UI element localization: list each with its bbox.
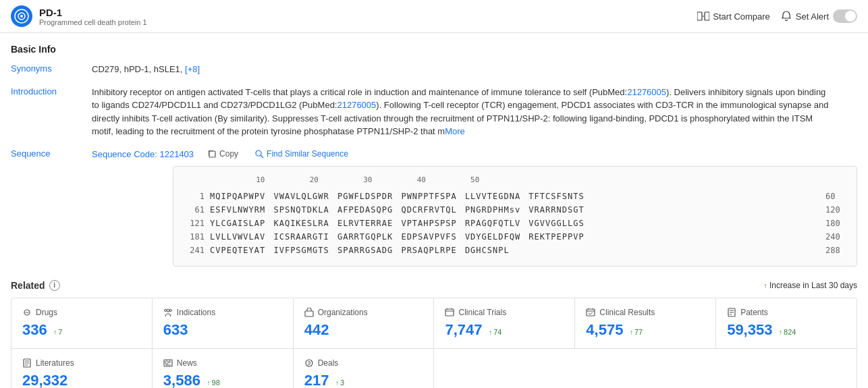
seq-num-right-3: 180 xyxy=(825,217,846,229)
card-news-text: News xyxy=(177,358,197,368)
trial-icon xyxy=(445,308,454,317)
find-similar-button[interactable]: Find Similar Sequence xyxy=(252,148,351,160)
card-indications-count: 633 xyxy=(163,321,282,339)
card-trials-increase: ↑ 74 xyxy=(489,328,501,336)
basic-info-title: Basic Info xyxy=(11,44,857,55)
svg-rect-4 xyxy=(705,12,709,20)
seq-num-left-2: 61 xyxy=(184,204,205,216)
card-news-increase: ↑ 98 xyxy=(207,379,220,387)
indication-icon xyxy=(163,308,173,317)
svg-rect-6 xyxy=(209,151,215,157)
svg-rect-14 xyxy=(445,309,454,316)
header-left: PD-1 Programmed cell death protein 1 xyxy=(11,5,147,27)
related-title: Related i xyxy=(11,280,60,291)
card-drugs-count: 336 ↑ 7 xyxy=(22,321,141,339)
svg-point-11 xyxy=(164,309,166,311)
synonyms-more-link[interactable]: [+8] xyxy=(185,64,200,74)
increase-label: ↑ Increase in Last 30 days xyxy=(764,281,857,290)
card-deals-count: 217 ↑ 3 xyxy=(304,372,423,389)
svg-rect-13 xyxy=(305,311,313,316)
synonyms-row: Synonyms CD279, hPD-1, hSLE1, [+8] xyxy=(11,63,857,76)
introduction-row: Introduction Inhibitory receptor on anti… xyxy=(11,86,857,138)
card-trials-text: Clinical Trials xyxy=(458,308,506,317)
card-news[interactable]: News 3,586 ↑ 98 xyxy=(153,349,294,389)
seq-num-left-3: 121 xyxy=(184,217,205,229)
card-deals-label: Deals xyxy=(304,358,423,368)
card-clinical-results[interactable]: Clinical Results 4,575 ↑ 77 xyxy=(575,298,716,348)
card-drugs[interactable]: Drugs 336 ↑ 7 xyxy=(11,298,153,348)
deal-icon xyxy=(304,358,314,368)
related-cards-row-1: Drugs 336 ↑ 7 xyxy=(11,298,857,349)
card-deals-increase: ↑ 3 xyxy=(335,379,344,387)
page-subtitle: Programmed cell death protein 1 xyxy=(39,18,147,26)
card-literatures[interactable]: Literatures 29,332 xyxy=(11,349,153,389)
svg-line-8 xyxy=(261,155,263,158)
sequence-header: Sequence Code: 1221403 Copy Find Similar… xyxy=(92,148,857,161)
introduction-value: Inhibitory receptor on antigen activated… xyxy=(92,86,834,138)
seq-num-left-1: 1 xyxy=(184,190,205,202)
card-patents[interactable]: Patents 59,353 ↑ 824 xyxy=(716,298,857,348)
seq-line-1: 1 MQIPQAPWPV VWAVLQLGWR PGWFLDSPDR PWNPP… xyxy=(184,190,846,202)
seq-num-right-5: 288 xyxy=(825,244,846,256)
svg-rect-3 xyxy=(697,12,702,20)
page-header: PD-1 Programmed cell death protein 1 Sta… xyxy=(0,0,868,33)
card-news-count: 3,586 ↑ 98 xyxy=(163,372,282,389)
card-organizations[interactable]: Organizations 442 xyxy=(294,298,435,348)
start-compare-button[interactable]: Start Compare xyxy=(697,11,770,22)
svg-point-10 xyxy=(167,309,169,312)
card-results-count: 4,575 ↑ 77 xyxy=(586,321,705,339)
card-results-label: Clinical Results xyxy=(586,308,705,317)
card-drugs-label: Drugs xyxy=(22,308,141,317)
card-indications-text: Indications xyxy=(177,308,215,317)
result-icon xyxy=(586,308,595,317)
card-clinical-trials[interactable]: Clinical Trials 7,747 ↑ 74 xyxy=(434,298,575,348)
seq-num-left-5: 241 xyxy=(184,244,205,256)
sequence-row: Sequence Sequence Code: 1221403 Copy xyxy=(11,148,857,267)
pubmed-link-1[interactable]: 21276005 xyxy=(627,87,666,97)
card-drugs-text: Drugs xyxy=(36,308,57,317)
card-patents-text: Patents xyxy=(740,308,768,317)
lit-icon xyxy=(22,358,32,368)
copy-label: Copy xyxy=(219,149,238,159)
card-deals[interactable]: Deals 217 ↑ 3 xyxy=(294,349,435,389)
alert-icon xyxy=(781,11,792,22)
increase-arrow-icon: ↑ xyxy=(764,282,767,289)
sequence-box: 10 20 30 40 50 1 MQIPQAPWPV VWAVLQLGWR P… xyxy=(173,166,857,267)
card-organizations-text: Organizations xyxy=(318,308,368,317)
sequence-label: Sequence xyxy=(11,148,92,159)
card-organizations-label: Organizations xyxy=(304,308,423,317)
header-right: Start Compare Set Alert xyxy=(697,9,857,23)
card-trials-label: Clinical Trials xyxy=(445,308,564,317)
find-similar-label: Find Similar Sequence xyxy=(267,149,348,159)
set-alert-toggle[interactable] xyxy=(833,9,857,23)
set-alert-container: Set Alert xyxy=(781,9,857,23)
card-patents-increase: ↑ 824 xyxy=(779,328,796,336)
more-link[interactable]: More xyxy=(445,126,465,136)
card-lit-count: 29,332 xyxy=(22,372,141,389)
synonyms-label: Synonyms xyxy=(11,63,92,74)
copy-button[interactable]: Copy xyxy=(205,148,241,160)
card-drugs-increase: ↑ 7 xyxy=(53,328,62,336)
seq-content-1: MQIPQAPWPV VWAVLQLGWR PGWFLDSPDR PWNPPTF… xyxy=(210,190,820,202)
seq-num-right-1: 60 xyxy=(825,190,846,202)
card-indications[interactable]: Indications 633 xyxy=(153,298,294,348)
svg-rect-18 xyxy=(587,309,595,316)
related-cards: Drugs 336 ↑ 7 xyxy=(11,298,857,389)
seq-content-4: LVLLVWVLAV ICSRAARGTI GARRTGQPLK EDPSAVP… xyxy=(210,231,820,243)
increase-text: Increase in Last 30 days xyxy=(769,281,857,290)
seq-num-right-2: 120 xyxy=(825,204,846,216)
related-info-icon[interactable]: i xyxy=(49,280,60,291)
svg-point-7 xyxy=(256,150,261,156)
related-cards-row-2: Literatures 29,332 News xyxy=(11,349,857,389)
start-compare-label: Start Compare xyxy=(713,11,770,22)
seq-line-5: 241 CVPEQTEYAT IVFPSGMGTS SPARRGSADG PRS… xyxy=(184,244,846,256)
card-indications-label: Indications xyxy=(163,308,282,317)
sequence-ruler: 10 20 30 40 50 xyxy=(211,175,846,186)
find-similar-icon xyxy=(254,149,264,159)
svg-point-12 xyxy=(169,309,171,311)
pubmed-link-2[interactable]: 21276005 xyxy=(337,100,376,110)
compare-icon xyxy=(697,11,709,21)
sequence-code[interactable]: Sequence Code: 1221403 xyxy=(92,148,194,161)
related-label: Related xyxy=(11,280,45,291)
card-lit-label: Literatures xyxy=(22,358,141,368)
